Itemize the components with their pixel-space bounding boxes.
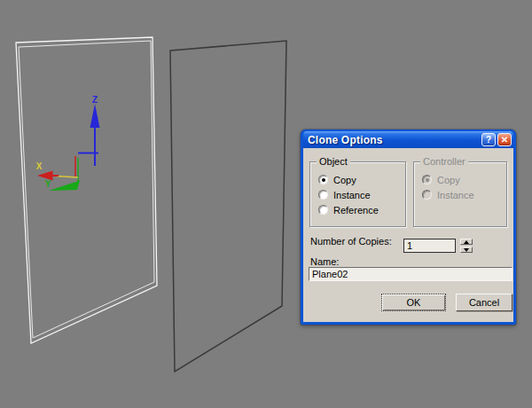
- selected-plane-wireframe[interactable]: [16, 37, 157, 343]
- dialog-title: Clone Options: [308, 134, 480, 146]
- radio-controller-instance: Instance: [422, 187, 506, 202]
- controller-group-label: Controller: [420, 156, 468, 167]
- clone-options-dialog: Clone Options ? ✕ Object Copy Instance R…: [301, 129, 516, 325]
- spinner-up-icon: [464, 240, 469, 244]
- radio-object-copy[interactable]: Copy: [318, 172, 405, 187]
- radio-selected-disabled-icon: [422, 175, 432, 184]
- radio-selected-icon[interactable]: [318, 175, 328, 184]
- copies-label: Number of Copies:: [310, 236, 392, 247]
- radio-unselected-icon[interactable]: [318, 190, 328, 200]
- move-gizmo[interactable]: Z X Y: [36, 95, 100, 191]
- gizmo-z-label: Z: [92, 95, 98, 105]
- clone-plane-wireframe[interactable]: [170, 41, 286, 372]
- gizmo-y-arrow-icon[interactable]: [49, 181, 80, 192]
- object-group: Object Copy Instance Reference: [309, 161, 406, 227]
- dialog-titlebar[interactable]: Clone Options ? ✕: [303, 131, 513, 148]
- spinner-down-button[interactable]: [460, 247, 473, 253]
- radio-label: Copy: [333, 175, 356, 185]
- gizmo-y-label: Y: [45, 179, 51, 189]
- controller-group: Controller Copy Instance: [413, 161, 507, 227]
- name-input[interactable]: [309, 267, 512, 281]
- radio-label: Instance: [437, 190, 474, 200]
- spinner-up-button[interactable]: [460, 239, 473, 245]
- close-button[interactable]: ✕: [497, 133, 512, 146]
- radio-controller-copy: Copy: [422, 172, 506, 187]
- selected-plane-inner-edge: [19, 41, 154, 338]
- radio-label: Reference: [333, 205, 379, 216]
- name-label: Name:: [310, 256, 339, 267]
- selected-plane-outline[interactable]: [16, 37, 157, 343]
- help-icon: ?: [486, 135, 491, 145]
- ok-button[interactable]: OK: [381, 294, 446, 311]
- radio-label: Copy: [437, 175, 460, 185]
- copies-spinner: [460, 239, 473, 253]
- gizmo-z-arrow-icon[interactable]: [90, 104, 100, 128]
- radio-unselected-disabled-icon: [422, 190, 432, 200]
- radio-object-instance[interactable]: Instance: [318, 187, 405, 202]
- object-group-label: Object: [317, 156, 350, 167]
- dialog-body: Object Copy Instance Reference Controlle…: [303, 148, 513, 322]
- radio-unselected-icon[interactable]: [318, 205, 328, 215]
- gizmo-x-label: X: [36, 161, 43, 171]
- cancel-button[interactable]: Cancel: [456, 294, 512, 311]
- spinner-down-icon: [464, 248, 469, 252]
- help-button[interactable]: ?: [481, 133, 496, 146]
- close-icon: ✕: [501, 135, 508, 145]
- radio-object-reference[interactable]: Reference: [318, 202, 405, 217]
- radio-label: Instance: [333, 190, 371, 200]
- copies-input[interactable]: [403, 239, 456, 253]
